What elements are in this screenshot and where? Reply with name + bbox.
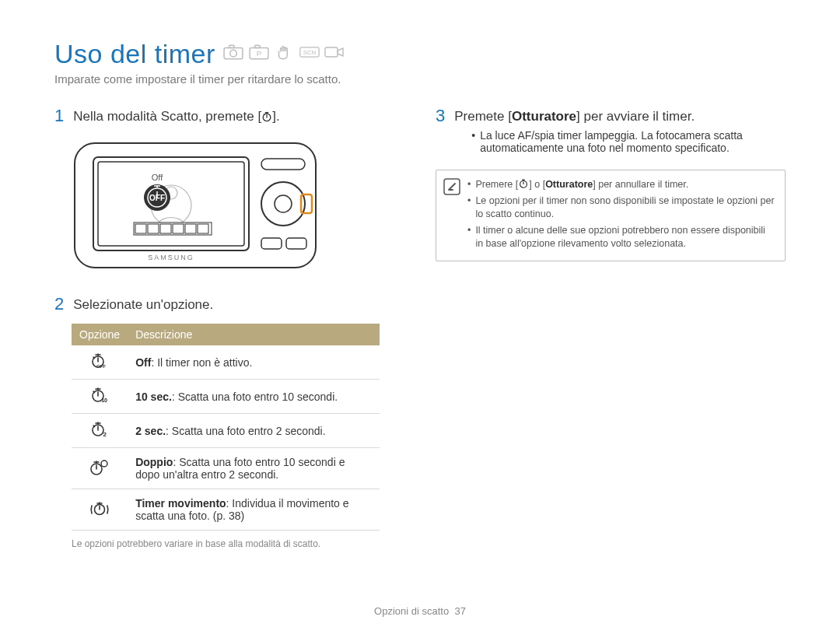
svg-point-25 — [275, 195, 292, 212]
svg-text:10: 10 — [101, 398, 107, 403]
step-text: Premete [Otturatore] per avviare il time… — [454, 109, 786, 156]
svg-rect-4 — [254, 45, 260, 47]
info-text: Il timer o alcune delle sue opzioni potr… — [475, 224, 775, 250]
camera-illustration: OFF Off SAMSUNG — [72, 135, 404, 278]
timer-10-icon: 10 — [72, 380, 128, 414]
camera-smart-icon — [223, 44, 243, 60]
cell-desc: Timer movimento: Individua il movimento … — [128, 489, 380, 531]
camera-brand: SAMSUNG — [148, 254, 194, 261]
bullet-dot: • — [471, 129, 475, 154]
mode-icons: P SCN — [223, 44, 346, 63]
step3-before: Premete [ — [454, 109, 512, 124]
hand-icon — [274, 44, 294, 60]
step-text: Nella modalità Scatto, premete []. — [73, 109, 279, 124]
page-subtitle: Imparate come impostare il timer per rit… — [54, 72, 786, 86]
cell-desc: Doppio: Scatta una foto entro 10 secondi… — [128, 448, 380, 489]
svg-text:P: P — [256, 49, 261, 58]
svg-rect-28 — [261, 238, 282, 249]
step1-before: Nella modalità Scatto, premete [ — [73, 109, 261, 124]
camera-p-icon: P — [249, 44, 269, 60]
info-list: • Premere [] o [Otturatore] per annullar… — [467, 170, 785, 261]
cell-desc: Off: Il timer non è attivo. — [128, 345, 380, 380]
step-number: 2 — [54, 296, 64, 313]
step-3: 3 Premete [Otturatore] per avviare il ti… — [436, 107, 786, 156]
scn-icon: SCN — [299, 44, 320, 60]
info-item: •Le opzioni per il timer non sono dispon… — [467, 194, 775, 221]
svg-text:OFF: OFF — [96, 364, 106, 369]
th-option: Opzione — [72, 324, 128, 345]
step3-bullets: •La luce AF/spia timer lampeggia. La fot… — [471, 129, 786, 154]
ib1-after: ] per annullare il timer. — [593, 179, 688, 190]
timer-icon — [261, 109, 272, 124]
step3-after: ] per avviare il timer. — [576, 109, 695, 124]
columns: 1 Nella modalità Scatto, premete []. — [54, 107, 786, 549]
camera-off-text: Off — [152, 173, 163, 182]
cell-desc: 2 sec.: Scatta una foto entro 2 secondi. — [128, 414, 380, 448]
step-1: 1 Nella modalità Scatto, premete []. — [54, 107, 404, 124]
table-row: Doppio: Scatta una foto entro 10 secondi… — [72, 448, 380, 489]
page-footer: Opzioni di scatto 37 — [0, 605, 840, 617]
footer-label: Opzioni di scatto — [374, 605, 449, 617]
info-badge — [436, 170, 467, 261]
info-item: • Premere [] o [Otturatore] per annullar… — [467, 178, 775, 191]
svg-rect-8 — [325, 47, 338, 57]
page-header: Uso del timer P SCN — [54, 39, 786, 69]
svg-point-37 — [101, 461, 107, 467]
step-2: 2 Selezionate un'opzione. — [54, 296, 404, 313]
options-note: Le opzioni potrebbero variare in base al… — [72, 538, 404, 549]
info-text: Le opzioni per il timer non sono disponi… — [475, 194, 775, 221]
right-column: 3 Premete [Otturatore] per avviare il ti… — [436, 107, 786, 549]
video-icon — [324, 44, 345, 60]
th-description: Descrizione — [128, 324, 380, 345]
timer-icon — [518, 179, 529, 190]
left-column: 1 Nella modalità Scatto, premete []. — [54, 107, 404, 549]
table-header-row: Opzione Descrizione — [72, 324, 380, 345]
shutter-label: Otturatore — [545, 179, 593, 190]
svg-rect-29 — [286, 238, 306, 249]
bullet: •La luce AF/spia timer lampeggia. La fot… — [471, 129, 786, 154]
info-box: • Premere [] o [Otturatore] per annullar… — [436, 170, 786, 261]
note-icon — [443, 178, 460, 195]
table-row: 10 10 sec.: Scatta una foto entro 10 sec… — [72, 380, 380, 414]
cell-desc: 10 sec.: Scatta una foto entro 10 second… — [128, 380, 380, 414]
bullet-text: La luce AF/spia timer lampeggia. La foto… — [480, 129, 786, 154]
svg-rect-1 — [229, 45, 235, 47]
page: Uso del timer P SCN Imparate come impost… — [0, 0, 840, 634]
ib1-mid: ] o [ — [529, 179, 545, 190]
footer-page: 37 — [454, 605, 465, 617]
svg-rect-27 — [261, 159, 305, 170]
timer-off-icon: OFF — [72, 345, 128, 380]
step-text: Selezionate un'opzione. — [73, 297, 213, 313]
info-item: •Il timer o alcune delle sue opzioni pot… — [467, 224, 775, 250]
svg-point-2 — [230, 50, 237, 57]
timer-double-icon — [72, 448, 128, 489]
options-table: Opzione Descrizione OFF Off: Il timer no… — [72, 324, 380, 531]
table-row: Timer movimento: Individua il movimento … — [72, 489, 380, 531]
table-row: OFF Off: Il timer non è attivo. — [72, 345, 380, 380]
svg-text:2: 2 — [103, 431, 107, 437]
page-title: Uso del timer — [54, 39, 215, 68]
step-number: 1 — [54, 107, 64, 124]
step-number: 3 — [436, 107, 445, 156]
shutter-label: Otturatore — [512, 109, 576, 124]
svg-text:SCN: SCN — [303, 49, 315, 56]
table-row: 2 2 sec.: Scatta una foto entro 2 second… — [72, 414, 380, 448]
timer-motion-icon — [72, 489, 128, 531]
timer-2-icon: 2 — [72, 414, 128, 448]
step1-after: ]. — [272, 109, 279, 124]
ib1-before: Premere [ — [475, 179, 518, 190]
